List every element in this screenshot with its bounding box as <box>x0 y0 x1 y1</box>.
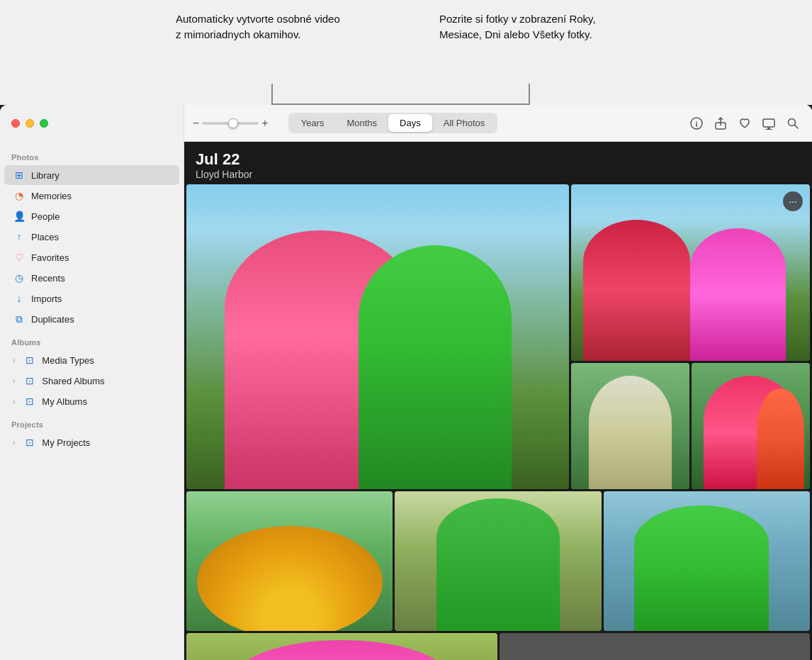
right-bottom-row <box>571 363 810 489</box>
bot-photo-1-image <box>186 633 497 660</box>
expand-icon-my-albums: › <box>13 398 15 405</box>
sidebar-item-recents[interactable]: ◷ Recents <box>4 268 179 288</box>
zoom-slider-area: − + <box>193 117 269 130</box>
zoom-slider-track[interactable] <box>202 122 259 125</box>
main-content: − + Years Months Days All Photos i <box>184 105 812 660</box>
search-button[interactable] <box>782 113 803 134</box>
sidebar-item-label-my-projects: My Projects <box>42 437 90 448</box>
tooltip-area: Automaticky vytvorte osobné video z mimo… <box>0 0 812 105</box>
svg-rect-3 <box>763 119 774 127</box>
right-top-photo-image <box>571 184 810 361</box>
right-column: ··· <box>571 184 810 489</box>
sidebar-item-shared-albums[interactable]: › ⊡ Shared Albums <box>4 371 179 391</box>
sidebar-item-media-types[interactable]: › ⊡ Media Types <box>4 350 179 370</box>
sidebar-item-label-library: Library <box>31 170 60 181</box>
app-window: Photos ⊞ Library ◔ Memories 👤 People ↑ P… <box>0 105 812 660</box>
toolbar: − + Years Months Days All Photos i <box>184 105 812 142</box>
mid-photo-2[interactable] <box>395 491 601 631</box>
sidebar-item-label-places: Places <box>31 232 59 242</box>
tooltip-left: Automaticky vytvorte osobné video z mimo… <box>176 11 346 43</box>
more-button[interactable]: ··· <box>783 191 803 211</box>
people-icon: 👤 <box>13 210 26 223</box>
mid-photo-1[interactable] <box>186 491 393 631</box>
mid-photo-1-image <box>186 491 393 631</box>
sidebar-item-my-albums[interactable]: › ⊡ My Albums <box>4 391 179 411</box>
expand-icon-media-types: › <box>13 357 15 364</box>
sidebar-item-my-projects[interactable]: › ⊡ My Projects <box>4 432 179 452</box>
zoom-slider-thumb[interactable] <box>228 118 238 128</box>
places-icon: ↑ <box>13 230 26 243</box>
recents-icon: ◷ <box>13 272 26 284</box>
search-icon <box>786 117 799 130</box>
date-title: Jul 22 <box>196 150 801 169</box>
sidebar-item-library[interactable]: ⊞ Library <box>4 165 179 185</box>
right-bottom-photo-1-image <box>571 363 689 489</box>
bot-photo-2[interactable] <box>500 633 811 660</box>
duplicates-icon: ⧉ <box>13 313 26 325</box>
more-icon: ··· <box>789 196 797 207</box>
share-button[interactable] <box>710 113 731 134</box>
titlebar <box>0 105 184 142</box>
bot-row <box>184 631 812 660</box>
slideshow-button[interactable] <box>758 113 779 134</box>
sidebar-item-memories[interactable]: ◔ Memories <box>4 186 179 206</box>
date-location: Lloyd Harbor <box>196 169 801 180</box>
right-bottom-photo-2-image <box>692 363 810 489</box>
sidebar-item-label-recents: Recents <box>31 273 65 284</box>
sidebar-item-people[interactable]: 👤 People <box>4 206 179 226</box>
sidebar-item-label-my-albums: My Albums <box>42 396 87 407</box>
mid-photo-3[interactable] <box>604 491 810 631</box>
top-row: ··· <box>184 184 812 489</box>
tooltip-right-text: Pozrite si fotky v zobrazení Roky, Mesia… <box>439 13 596 40</box>
memories-icon: ◔ <box>13 189 26 202</box>
right-top-photo[interactable]: ··· <box>571 184 810 361</box>
tab-days[interactable]: Days <box>388 114 432 132</box>
main-photo[interactable] <box>186 184 569 489</box>
tab-allphotos[interactable]: All Photos <box>432 114 497 132</box>
library-icon: ⊞ <box>13 169 26 181</box>
right-bottom-photo-1[interactable] <box>571 363 689 489</box>
expand-icon-shared-albums: › <box>13 377 15 385</box>
info-button[interactable]: i <box>686 113 707 134</box>
sidebar-item-duplicates[interactable]: ⧉ Duplicates <box>4 309 179 329</box>
traffic-light-close[interactable] <box>11 119 20 128</box>
sidebar-item-imports[interactable]: ↓ Imports <box>4 289 179 308</box>
tooltip-hline <box>271 104 530 105</box>
projects-section-label: Projects <box>0 412 184 432</box>
bot-photo-1[interactable] <box>186 633 497 660</box>
photo-grid[interactable]: Jul 22 Lloyd Harbor ··· <box>184 142 812 660</box>
photos-section-label: Photos <box>0 145 184 164</box>
tab-years[interactable]: Years <box>290 114 336 132</box>
info-icon: i <box>690 117 703 130</box>
tab-group: Years Months Days All Photos <box>288 113 498 133</box>
tooltip-left-text: Automaticky vytvorte osobné video z mimo… <box>176 13 340 40</box>
svg-line-7 <box>795 125 799 128</box>
sidebar-item-label-duplicates: Duplicates <box>31 314 74 325</box>
sidebar-content: Photos ⊞ Library ◔ Memories 👤 People ↑ P… <box>0 142 184 660</box>
svg-rect-5 <box>765 129 772 130</box>
mid-photo-3-image <box>604 491 810 631</box>
share-icon <box>714 117 727 130</box>
mid-photo-2-image <box>395 491 601 631</box>
bot-photo-2-image <box>500 633 811 660</box>
mid-row <box>184 489 812 631</box>
favorite-button[interactable] <box>734 113 755 134</box>
traffic-light-fullscreen[interactable] <box>40 119 48 128</box>
folder-icon-media-types: ⊡ <box>23 354 36 367</box>
slideshow-icon <box>762 117 775 130</box>
tooltip-line-left <box>271 84 273 105</box>
tooltip-line-right <box>529 84 530 105</box>
zoom-plus-button[interactable]: + <box>261 117 268 130</box>
svg-text:i: i <box>695 119 697 128</box>
expand-icon-my-projects: › <box>13 439 15 447</box>
right-bottom-photo-2[interactable] <box>692 363 810 489</box>
sidebar-item-label-media-types: Media Types <box>42 355 94 366</box>
zoom-minus-button[interactable]: − <box>193 117 199 130</box>
albums-section-label: Albums <box>0 330 184 349</box>
sidebar-item-favorites[interactable]: ♡ Favorites <box>4 247 179 267</box>
traffic-light-minimize[interactable] <box>26 119 34 128</box>
tab-months[interactable]: Months <box>335 114 388 132</box>
favorites-icon: ♡ <box>13 251 26 264</box>
sidebar-item-places[interactable]: ↑ Places <box>4 227 179 247</box>
folder-icon-shared-albums: ⊡ <box>23 374 36 387</box>
